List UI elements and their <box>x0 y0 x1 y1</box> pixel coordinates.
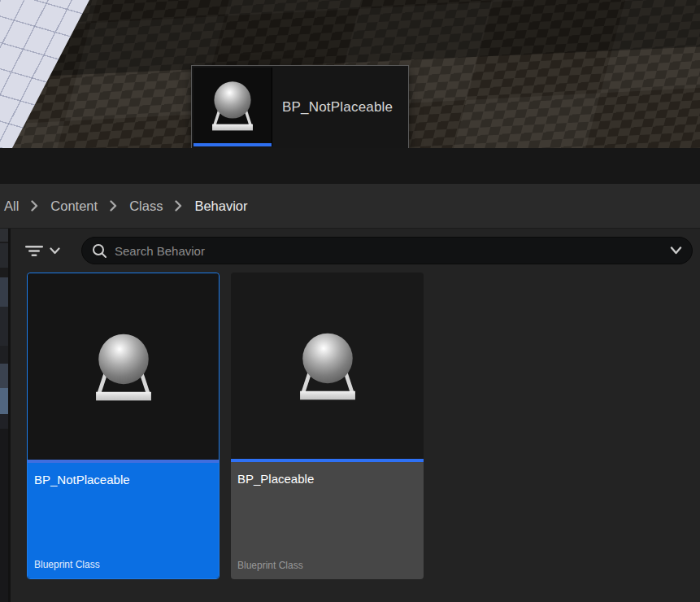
sphere-thumbnail-icon <box>285 322 371 410</box>
breadcrumb: All Content Class Behavior <box>0 184 700 229</box>
asset-tile-bp-notplaceable[interactable]: BP_NotPlaceable Blueprint Class <box>27 273 220 579</box>
search-icon <box>92 243 107 259</box>
left-panel-edge <box>0 229 8 602</box>
asset-thumbnail <box>28 273 219 460</box>
drag-asset-name: BP_NotPlaceable <box>272 68 407 146</box>
chevron-right-icon <box>175 200 182 212</box>
panel-divider[interactable] <box>8 229 11 602</box>
asset-grid: BP_NotPlaceable Blueprint Class BP_Place… <box>27 273 424 579</box>
content-browser-panel: BP_NotPlaceable Blueprint Class BP_Place… <box>0 229 700 602</box>
unreal-editor-screen: BP_NotPlaceable All Content Class Behavi… <box>0 0 700 602</box>
blueprint-color-bar <box>193 143 272 146</box>
search-options-chevron-icon[interactable] <box>670 246 682 255</box>
search-box[interactable] <box>81 237 693 264</box>
chevron-right-icon <box>110 200 117 212</box>
asset-type-label: Blueprint Class <box>237 560 417 571</box>
asset-thumbnail <box>231 273 424 459</box>
panel-spacer-bar <box>0 148 700 184</box>
breadcrumb-item-content[interactable]: Content <box>50 198 98 214</box>
sphere-thumbnail-icon <box>201 73 264 138</box>
breadcrumb-item-behavior[interactable]: Behavior <box>194 198 247 214</box>
asset-type-label: Blueprint Class <box>34 559 212 570</box>
sphere-thumbnail-icon <box>80 323 167 411</box>
asset-name: BP_Placeable <box>237 472 417 486</box>
search-input[interactable] <box>115 244 670 258</box>
asset-info: BP_NotPlaceable Blueprint Class <box>28 463 219 578</box>
asset-name: BP_NotPlaceable <box>34 473 212 486</box>
filter-button[interactable] <box>24 238 75 263</box>
breadcrumb-item-all[interactable]: All <box>4 198 19 214</box>
level-viewport[interactable]: BP_NotPlaceable <box>0 0 700 148</box>
asset-info: BP_Placeable Blueprint Class <box>231 462 424 579</box>
chevron-down-icon <box>50 247 60 255</box>
chevron-right-icon <box>31 200 38 212</box>
drag-asset-thumbnail <box>193 68 272 146</box>
asset-tile-bp-placeable[interactable]: BP_Placeable Blueprint Class <box>231 273 424 579</box>
drag-asset-tooltip[interactable]: BP_NotPlaceable <box>191 65 409 148</box>
filter-icon <box>24 242 44 259</box>
breadcrumb-item-class[interactable]: Class <box>129 198 163 214</box>
search-row <box>11 229 700 273</box>
